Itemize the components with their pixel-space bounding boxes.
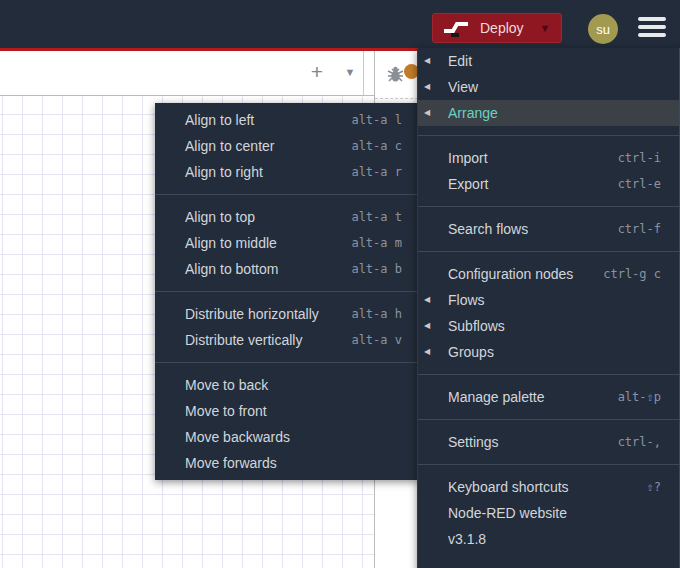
- menu-item-shortcut: alt-a t: [351, 204, 402, 230]
- menu-item-move-to-back[interactable]: Move to back: [155, 372, 420, 398]
- menu-item-label: Flows: [448, 287, 485, 313]
- deploy-button[interactable]: Deploy ▼: [432, 13, 562, 43]
- menu-item-label: Align to center: [185, 133, 275, 159]
- menu-item-distribute-horizontally[interactable]: Distribute horizontallyalt-a h: [155, 301, 420, 327]
- menu-item-label: Distribute vertically: [185, 327, 302, 353]
- menu-item-distribute-vertically[interactable]: Distribute verticallyalt-a v: [155, 327, 420, 353]
- menu-item-settings[interactable]: Settingsctrl-,: [418, 429, 679, 455]
- menu-group: Align to topalt-a tAlign to middlealt-a …: [155, 194, 420, 282]
- menu-item-subflows[interactable]: ◀Subflows: [418, 313, 679, 339]
- menu-item-align-to-bottom[interactable]: Align to bottomalt-a b: [155, 256, 420, 282]
- menu-item-configuration-nodes[interactable]: Configuration nodesctrl-g c: [418, 261, 679, 287]
- menu-group: Move to backMove to frontMove backwardsM…: [155, 362, 420, 476]
- menu-group: Settingsctrl-,: [418, 419, 679, 455]
- submenu-left-arrow-icon: ◀: [424, 339, 430, 365]
- menu-item-label: Export: [448, 171, 488, 197]
- submenu-left-arrow-icon: ◀: [424, 100, 430, 126]
- menu-item-keyboard-shortcuts[interactable]: Keyboard shortcuts⇧?: [418, 474, 679, 500]
- bug-icon[interactable]: [387, 65, 404, 83]
- menu-item-flows[interactable]: ◀Flows: [418, 287, 679, 313]
- main-menu-dropdown: ◀Edit◀View◀ArrangeImportctrl-iExportctrl…: [417, 48, 680, 568]
- menu-item-move-forwards[interactable]: Move forwards: [155, 450, 420, 476]
- menu-item-move-to-front[interactable]: Move to front: [155, 398, 420, 424]
- menu-item-arrange[interactable]: ◀Arrange: [418, 100, 679, 126]
- menu-item-shortcut: ctrl-,: [618, 429, 661, 455]
- menu-item-label: Subflows: [448, 313, 505, 339]
- menu-item-search-flows[interactable]: Search flowsctrl-f: [418, 216, 679, 242]
- menu-item-move-backwards[interactable]: Move backwards: [155, 424, 420, 450]
- submenu-left-arrow-icon: ◀: [424, 287, 430, 313]
- menu-item-label: Search flows: [448, 216, 528, 242]
- menu-item-shortcut: alt-a c: [351, 133, 402, 159]
- menu-item-label: Move backwards: [185, 424, 290, 450]
- menu-item-label: Move to front: [185, 398, 267, 424]
- menu-item-label: Node-RED website: [448, 500, 567, 526]
- deploy-wire-icon: [443, 18, 470, 38]
- menu-item-align-to-middle[interactable]: Align to middlealt-a m: [155, 230, 420, 256]
- menu-item-label: Edit: [448, 48, 472, 74]
- user-avatar[interactable]: su: [588, 14, 618, 44]
- menu-item-align-to-top[interactable]: Align to topalt-a t: [155, 204, 420, 230]
- menu-item-shortcut: ctrl-g c: [603, 261, 661, 287]
- menu-item-label: Align to bottom: [185, 256, 278, 282]
- deploy-caret-icon[interactable]: ▼: [540, 22, 551, 34]
- menu-group: Search flowsctrl-f: [418, 206, 679, 242]
- menu-item-import[interactable]: Importctrl-i: [418, 145, 679, 171]
- menu-item-shortcut: ctrl-f: [618, 216, 661, 242]
- tabbar-divider: [363, 51, 364, 95]
- menu-item-shortcut: alt-a l: [351, 107, 402, 133]
- menu-item-shortcut: alt-a m: [351, 230, 402, 256]
- menu-item-label: Move to back: [185, 372, 268, 398]
- add-flow-button[interactable]: +: [306, 59, 328, 85]
- flow-list-caret-button[interactable]: ▼: [340, 61, 360, 83]
- submenu-left-arrow-icon: ◀: [424, 313, 430, 339]
- menu-item-label: Configuration nodes: [448, 261, 573, 287]
- menu-item-label: Import: [448, 145, 488, 171]
- menu-item-label: v3.1.8: [448, 526, 486, 552]
- header-bar: Deploy ▼ su: [0, 0, 680, 48]
- menu-item-shortcut: alt-a r: [351, 159, 402, 185]
- menu-item-shortcut: ctrl-e: [618, 171, 661, 197]
- menu-item-label: Manage palette: [448, 384, 545, 410]
- menu-item-groups[interactable]: ◀Groups: [418, 339, 679, 365]
- menu-item-v3.1.8[interactable]: v3.1.8: [418, 526, 679, 552]
- deploy-button-label: Deploy: [480, 20, 524, 36]
- menu-group: Manage palettealt-⇧p: [418, 374, 679, 410]
- menu-item-align-to-left[interactable]: Align to leftalt-a l: [155, 107, 420, 133]
- menu-item-export[interactable]: Exportctrl-e: [418, 171, 679, 197]
- menu-item-label: Distribute horizontally: [185, 301, 319, 327]
- menu-item-label: Move forwards: [185, 450, 277, 476]
- menu-item-shortcut: alt-a b: [351, 256, 402, 282]
- menu-item-manage-palette[interactable]: Manage palettealt-⇧p: [418, 384, 679, 410]
- menu-item-label: Groups: [448, 339, 494, 365]
- menu-item-shortcut: ⇧?: [647, 474, 661, 500]
- menu-item-shortcut: alt-a v: [351, 327, 402, 353]
- menu-group: Distribute horizontallyalt-a hDistribute…: [155, 291, 420, 353]
- menu-item-label: Align to left: [185, 107, 254, 133]
- menu-item-node-red-website[interactable]: Node-RED website: [418, 500, 679, 526]
- menu-item-shortcut: alt-a h: [351, 301, 402, 327]
- menu-group: ◀Edit◀View◀Arrange: [418, 48, 679, 126]
- submenu-left-arrow-icon: ◀: [424, 48, 430, 74]
- menu-item-label: Align to right: [185, 159, 263, 185]
- menu-item-align-to-center[interactable]: Align to centeralt-a c: [155, 133, 420, 159]
- menu-item-align-to-right[interactable]: Align to rightalt-a r: [155, 159, 420, 185]
- menu-group: Align to leftalt-a lAlign to centeralt-a…: [155, 107, 420, 185]
- menu-item-label: Align to top: [185, 204, 255, 230]
- menu-item-shortcut: alt-⇧p: [618, 384, 661, 410]
- menu-item-label: View: [448, 74, 478, 100]
- menu-item-label: Align to middle: [185, 230, 277, 256]
- arrange-submenu: Align to leftalt-a lAlign to centeralt-a…: [155, 103, 420, 480]
- menu-item-label: Keyboard shortcuts: [448, 474, 569, 500]
- menu-group: Keyboard shortcuts⇧?Node-RED websitev3.1…: [418, 464, 679, 552]
- menu-item-label: Arrange: [448, 100, 498, 126]
- menu-group: Configuration nodesctrl-g c◀Flows◀Subflo…: [418, 251, 679, 365]
- menu-item-view[interactable]: ◀View: [418, 74, 679, 100]
- menu-group: Importctrl-iExportctrl-e: [418, 135, 679, 197]
- menu-item-edit[interactable]: ◀Edit: [418, 48, 679, 74]
- menu-item-shortcut: ctrl-i: [618, 145, 661, 171]
- hamburger-menu-icon[interactable]: [638, 17, 666, 39]
- menu-item-label: Settings: [448, 429, 499, 455]
- submenu-left-arrow-icon: ◀: [424, 74, 430, 100]
